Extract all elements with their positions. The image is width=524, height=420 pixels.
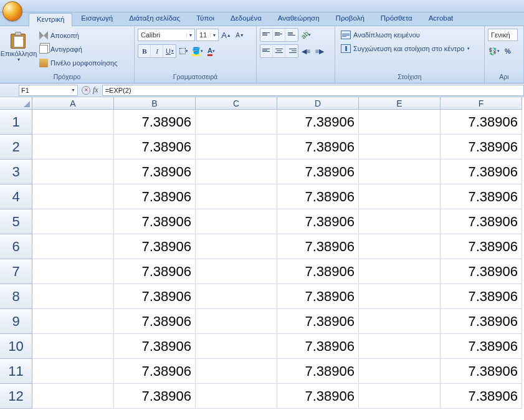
cell-A1[interactable] bbox=[32, 110, 114, 135]
cell-A4[interactable] bbox=[32, 184, 114, 209]
font-name-combo[interactable]: Calibri ▼ bbox=[138, 29, 195, 41]
chevron-down-icon[interactable]: ▾ bbox=[467, 46, 470, 51]
cell-A3[interactable] bbox=[32, 160, 114, 184]
cell-D11[interactable]: 7.38906 bbox=[277, 359, 359, 384]
cell-D10[interactable]: 7.38906 bbox=[277, 334, 359, 359]
row-header[interactable]: 1 bbox=[0, 110, 32, 135]
cell-E7[interactable] bbox=[359, 259, 441, 284]
increase-indent-button[interactable]: ≡▶ bbox=[313, 45, 326, 57]
cell-B10[interactable]: 7.38906 bbox=[114, 334, 196, 359]
col-header-A[interactable]: A bbox=[32, 97, 114, 110]
cell-E2[interactable] bbox=[359, 135, 441, 160]
number-format-combo[interactable]: Γενική bbox=[488, 29, 518, 41]
cell-C6[interactable] bbox=[196, 234, 277, 259]
select-all-corner[interactable] bbox=[0, 97, 32, 110]
cell-C7[interactable] bbox=[196, 259, 277, 284]
font-color-button[interactable]: A▾ bbox=[205, 45, 217, 57]
wrap-text-button[interactable]: Αναδίπλωση κειμένου bbox=[338, 28, 422, 42]
cell-C9[interactable] bbox=[196, 309, 277, 334]
col-header-D[interactable]: D bbox=[277, 97, 359, 110]
align-right-button[interactable] bbox=[285, 45, 298, 57]
merge-center-button[interactable]: Συγχώνευση και στοίχιση στο κέντρο ▾ bbox=[338, 42, 472, 55]
border-button[interactable]: ▾ bbox=[178, 45, 190, 57]
paste-button[interactable]: Επικόλληση ▼ bbox=[3, 28, 34, 64]
row-header[interactable]: 11 bbox=[0, 359, 32, 384]
cell-E8[interactable] bbox=[359, 284, 441, 309]
name-box[interactable]: F1 ▼ bbox=[19, 85, 78, 96]
cell-D12[interactable]: 7.38906 bbox=[277, 384, 359, 409]
office-button[interactable] bbox=[2, 1, 22, 21]
cell-B1[interactable]: 7.38906 bbox=[114, 110, 196, 135]
row-header[interactable]: 3 bbox=[0, 160, 32, 184]
tab-home[interactable]: Κεντρική bbox=[29, 13, 72, 27]
cell-D7[interactable]: 7.38906 bbox=[277, 259, 359, 284]
cell-D5[interactable]: 7.38906 bbox=[277, 209, 359, 234]
cell-D4[interactable]: 7.38906 bbox=[277, 184, 359, 209]
bold-button[interactable]: B bbox=[138, 45, 151, 57]
decrease-font-button[interactable]: A▼ bbox=[234, 29, 246, 41]
currency-button[interactable]: 💱▾ bbox=[488, 45, 500, 57]
align-left-button[interactable] bbox=[260, 45, 273, 57]
cell-A12[interactable] bbox=[32, 384, 114, 409]
row-header[interactable]: 7 bbox=[0, 259, 32, 284]
percent-button[interactable]: % bbox=[502, 45, 514, 57]
row-header[interactable]: 2 bbox=[0, 135, 32, 160]
cell-D8[interactable]: 7.38906 bbox=[277, 284, 359, 309]
tab-review[interactable]: Αναθεώρηση bbox=[270, 12, 327, 26]
cell-C2[interactable] bbox=[196, 135, 277, 160]
tab-acrobat[interactable]: Acrobat bbox=[421, 12, 461, 26]
cell-B5[interactable]: 7.38906 bbox=[114, 209, 196, 234]
cell-C4[interactable] bbox=[196, 184, 277, 209]
cell-F9[interactable]: 7.38906 bbox=[441, 309, 522, 334]
row-header[interactable]: 4 bbox=[0, 184, 32, 209]
copy-button[interactable]: Αντιγραφή bbox=[37, 43, 120, 55]
col-header-F[interactable]: F bbox=[441, 97, 522, 110]
format-painter-button[interactable]: Πινέλο μορφοποίησης bbox=[37, 57, 120, 69]
cell-C10[interactable] bbox=[196, 334, 277, 359]
cancel-icon[interactable]: ✕ bbox=[82, 86, 90, 95]
cell-E1[interactable] bbox=[359, 110, 441, 135]
cell-E12[interactable] bbox=[359, 384, 441, 409]
font-size-combo[interactable]: 11 ▼ bbox=[196, 29, 219, 41]
cell-B3[interactable]: 7.38906 bbox=[114, 160, 196, 184]
cell-A8[interactable] bbox=[32, 284, 114, 309]
col-header-E[interactable]: E bbox=[359, 97, 441, 110]
cell-E10[interactable] bbox=[359, 334, 441, 359]
chevron-down-icon[interactable]: ▼ bbox=[17, 57, 21, 62]
cell-A7[interactable] bbox=[32, 259, 114, 284]
cell-F6[interactable]: 7.38906 bbox=[441, 234, 522, 259]
tab-formulas[interactable]: Τύποι bbox=[189, 12, 222, 26]
cell-E9[interactable] bbox=[359, 309, 441, 334]
tab-insert[interactable]: Εισαγωγή bbox=[74, 12, 120, 26]
cell-C8[interactable] bbox=[196, 284, 277, 309]
align-middle-button[interactable] bbox=[273, 29, 285, 41]
cell-D2[interactable]: 7.38906 bbox=[277, 135, 359, 160]
tab-data[interactable]: Δεδομένα bbox=[223, 12, 269, 26]
cell-C5[interactable] bbox=[196, 209, 277, 234]
decrease-indent-button[interactable]: ◀≡ bbox=[300, 45, 312, 57]
cell-F2[interactable]: 7.38906 bbox=[441, 135, 522, 160]
cell-A2[interactable] bbox=[32, 135, 114, 160]
cell-D6[interactable]: 7.38906 bbox=[277, 234, 359, 259]
cut-button[interactable]: Αποκοπή bbox=[37, 29, 120, 42]
row-header[interactable]: 12 bbox=[0, 384, 32, 409]
cell-B12[interactable]: 7.38906 bbox=[114, 384, 196, 409]
cell-E5[interactable] bbox=[359, 209, 441, 234]
tab-addins[interactable]: Πρόσθετα bbox=[373, 12, 420, 26]
cell-C11[interactable] bbox=[196, 359, 277, 384]
align-top-button[interactable] bbox=[260, 29, 273, 41]
cell-B9[interactable]: 7.38906 bbox=[114, 309, 196, 334]
cell-E11[interactable] bbox=[359, 359, 441, 384]
cell-D9[interactable]: 7.38906 bbox=[277, 309, 359, 334]
cell-F5[interactable]: 7.38906 bbox=[441, 209, 522, 234]
cell-B8[interactable]: 7.38906 bbox=[114, 284, 196, 309]
cell-A9[interactable] bbox=[32, 309, 114, 334]
cell-D1[interactable]: 7.38906 bbox=[277, 110, 359, 135]
cell-F4[interactable]: 7.38906 bbox=[441, 184, 522, 209]
underline-button[interactable]: U▾ bbox=[163, 45, 176, 57]
cell-E6[interactable] bbox=[359, 234, 441, 259]
cell-A5[interactable] bbox=[32, 209, 114, 234]
chevron-down-icon[interactable]: ▼ bbox=[186, 33, 193, 37]
formula-input[interactable]: =EXP(2) bbox=[102, 85, 524, 96]
fill-color-button[interactable]: 🪣▾ bbox=[191, 45, 204, 57]
